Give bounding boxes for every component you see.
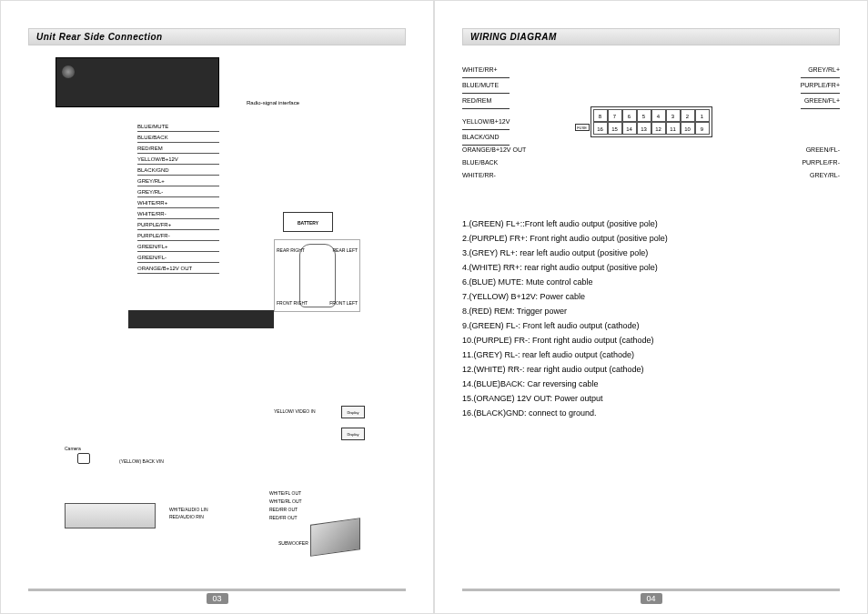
page-number-right: 04: [641, 593, 662, 604]
audio-rin-label: RED/AUDIO RIN: [169, 513, 208, 520]
wire-label: RED/REM: [137, 143, 219, 154]
pin: 3: [666, 109, 681, 122]
pin: 16: [593, 122, 608, 135]
out-wire-label: RED/RR OUT: [269, 506, 302, 514]
pin: 6: [622, 109, 637, 122]
wire-label: RED/REM: [462, 94, 510, 109]
pin-legend: 1.(GREEN) FL+::Front left audio output (…: [462, 216, 840, 420]
legend-item: 7.(YELLOW) B+12V: Power cable: [462, 289, 840, 304]
car-speaker-diagram: REAR RIGHT REAR LEFT FRONT RIGHT FRONT L…: [274, 239, 360, 312]
legend-item: 11.(GREY) RL-: rear left audio output (c…: [462, 347, 840, 362]
pin: 4: [651, 109, 666, 122]
wire-label: GREEN/FL+: [801, 94, 840, 109]
pin: 8: [593, 109, 608, 122]
camera-icon: [77, 453, 90, 464]
legend-item: 16.(BLACK)GND: connect to ground.: [462, 406, 840, 420]
right-section-title: WIRING DIAGRAM: [462, 28, 840, 45]
pin: 1: [695, 109, 710, 122]
wire-label: GREY/RL+: [801, 63, 840, 78]
page-number-left: 03: [207, 593, 228, 604]
head-unit-front-icon: [65, 503, 156, 528]
page-right: WIRING DIAGRAM WHITE/RR+ BLUE/MUTE RED/R…: [434, 0, 868, 614]
upper-wire-labels: BLUE/MUTE BLUE/BACK RED/REM YELLOW/B+12V…: [137, 121, 406, 274]
footer: 03: [28, 589, 406, 604]
left-section-title: Unit Rear Side Connection: [28, 28, 406, 45]
pin: 14: [622, 122, 637, 135]
wire-label: ORANGE/B+12V OUT: [137, 263, 219, 274]
footer: 04: [462, 589, 840, 604]
legend-item: 9.(GREEN) FL-: Front left audio output (…: [462, 318, 840, 333]
pin: 11: [666, 122, 681, 135]
pin: 10: [681, 122, 695, 135]
out-wire-label: WHITE/RL OUT: [269, 498, 302, 506]
audio-lin-label: WHITE/AUDIO LIN: [169, 506, 208, 513]
connector-diagram: WHITE/RR+ BLUE/MUTE RED/REM YELLOW/B+12V…: [462, 57, 840, 194]
pin-connector: FUSE 8 7 6 5 4 3 2 1 16 15 14 13 12 11 1…: [590, 106, 712, 137]
wire-label: YELLOW/B+12V: [137, 154, 219, 165]
pin: 9: [695, 122, 710, 135]
wire-label: GREEN/FL-: [137, 252, 219, 263]
pin: 7: [608, 109, 622, 122]
wire-label: PURPLE/FR+: [801, 78, 840, 94]
connector-right-top-labels: GREY/RL+ PURPLE/FR+ GREEN/FL+: [801, 63, 840, 109]
subwoofer-label: SUBWOOFER: [278, 539, 308, 547]
car-outline-icon: [299, 244, 336, 307]
left-diagram: Radio-signal interface BLUE/MUTE BLUE/BA…: [28, 53, 406, 589]
wire-label: BLUE/MUTE: [137, 121, 219, 132]
pin: 12: [651, 122, 666, 135]
wire-label: GREEN/FL+: [137, 241, 219, 252]
wire-label: BLUE/BACK: [137, 132, 219, 143]
pin-row-bottom: 16 15 14 13 12 11 10 9: [593, 122, 710, 135]
wire-label: GREY/RL-: [137, 186, 219, 197]
connector-left-top-labels: WHITE/RR+ BLUE/MUTE RED/REM YELLOW/B+12V…: [462, 63, 510, 146]
legend-item: 15.(ORANGE) 12V OUT: Power output: [462, 391, 840, 406]
wire-label: WHITE/RR+: [462, 63, 510, 78]
lower-harness-box: [128, 310, 274, 328]
wire-label: WHITE/RR+: [137, 197, 219, 208]
legend-item: 8.(RED) REM: Trigger power: [462, 304, 840, 318]
speaker-fl-label: FRONT LEFT: [329, 300, 358, 306]
fuse-label: FUSE: [575, 124, 590, 131]
page-left: Unit Rear Side Connection Radio-signal i…: [0, 0, 434, 614]
legend-item: 10.(PURPLE) FR-: Front right audio outpu…: [462, 333, 840, 347]
video-in-label: YELLOW/ VIDEO IN: [274, 408, 316, 415]
camera-wire-label: (YELLOW) BACK VIN: [119, 458, 164, 465]
wire-label: GREY/RL+: [137, 176, 219, 186]
legend-item: 6.(BLUE) MUTE: Mute control cable: [462, 275, 840, 289]
connector-right-bottom-labels: GREEN/FL- PURPLE/FR- GREY/RL-: [802, 144, 840, 182]
out-wire-label: WHITE/FL OUT: [269, 489, 302, 498]
wire-label: BLUE/BACK: [462, 156, 526, 169]
pin: 2: [681, 109, 695, 122]
wire-label: GREY/RL-: [802, 169, 840, 182]
legend-item: 2.(PURPLE) FR+: Front right audio output…: [462, 231, 840, 246]
legend-item: 4.(WHITE) RR+: rear right audio output (…: [462, 260, 840, 275]
wire-label: BLUE/MUTE: [462, 78, 510, 94]
speaker-fr-label: FRONT RIGHT: [277, 300, 308, 306]
wire-label: WHITE/RR-: [462, 169, 526, 182]
legend-item: 14.(BLUE)BACK: Car reversing cable: [462, 377, 840, 391]
camera-label: Camera: [65, 446, 81, 451]
display-box-2: Display: [341, 428, 365, 440]
wire-label: PURPLE/FR+: [137, 219, 219, 230]
out-wire-label: RED/FR OUT: [269, 514, 302, 522]
legend-item: 1.(GREEN) FL+::Front left audio output (…: [462, 216, 840, 231]
speaker-rr-label: REAR RIGHT: [277, 247, 305, 253]
wire-label: YELLOW/B+12V: [462, 115, 510, 130]
wire-label: PURPLE/FR-: [137, 230, 219, 241]
wire-label: BLACK/GND: [137, 165, 219, 176]
head-unit-rear: [56, 57, 219, 107]
connector-left-bottom-labels: ORANGE/B+12V OUT BLUE/BACK WHITE/RR-: [462, 144, 526, 182]
legend-item: 3.(GREY) RL+: rear left audio output (po…: [462, 246, 840, 260]
pin-row-top: 8 7 6 5 4 3 2 1: [593, 109, 710, 122]
speaker-rl-label: REAR LEFT: [332, 247, 358, 253]
pin: 15: [608, 122, 622, 135]
legend-item: 12.(WHITE) RR-: rear right audio output …: [462, 362, 840, 377]
wire-label: PURPLE/FR-: [802, 156, 840, 169]
display-box-1: Display: [341, 406, 365, 418]
radio-interface-label: Radio-signal interface: [247, 100, 299, 106]
pin: 5: [637, 109, 651, 122]
pin: 13: [637, 122, 651, 135]
battery-box: BATTERY: [283, 212, 333, 232]
wire-label: GREEN/FL-: [802, 144, 840, 156]
wire-label: WHITE/RR-: [137, 208, 219, 219]
